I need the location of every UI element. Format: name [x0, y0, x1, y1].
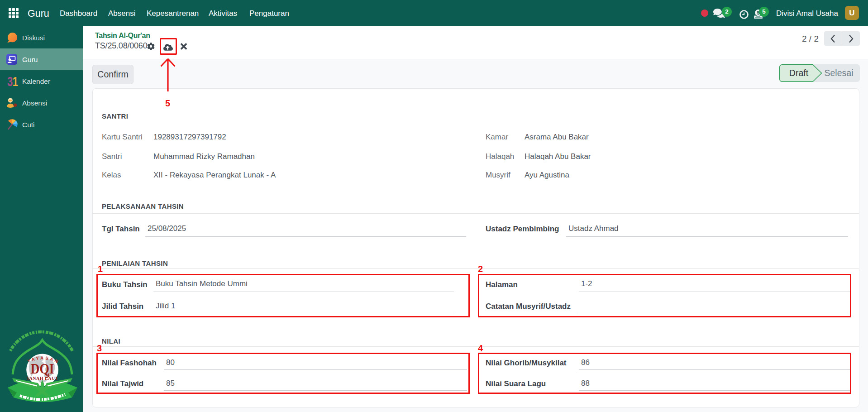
svg-text:DQI: DQI: [31, 360, 54, 377]
svg-text:1: 1: [13, 75, 18, 87]
svg-text:3: 3: [7, 75, 13, 87]
svg-text:Draft: Draft: [789, 68, 809, 78]
svg-text:Selesai: Selesai: [825, 68, 854, 78]
